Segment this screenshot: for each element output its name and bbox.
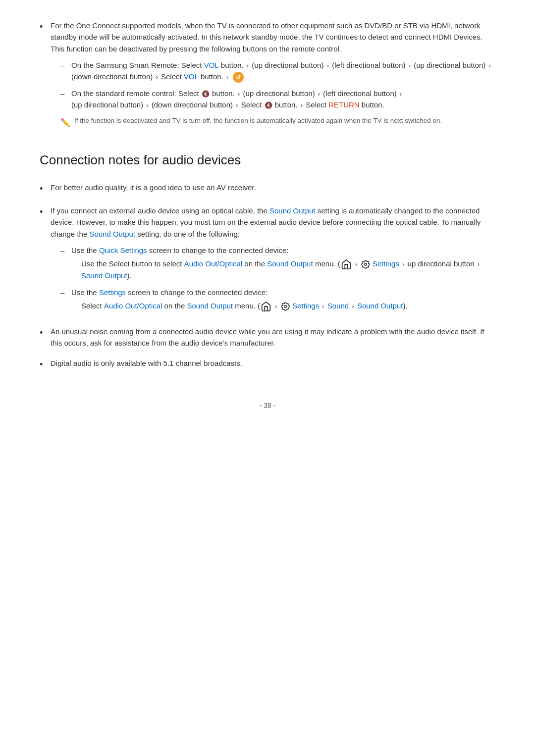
chevron-icon: ›: [318, 90, 320, 98]
sub-text-7: button.: [199, 72, 225, 81]
item-text: For better audio quality, it is a good i…: [51, 183, 256, 192]
list-item: – On the standard remote control: Select…: [60, 88, 495, 111]
item-content: If you connect an external audio device …: [51, 205, 495, 317]
chevron-icon: ›: [322, 302, 324, 310]
bullet-point: •: [40, 205, 51, 219]
indent-mid3: [352, 259, 354, 268]
settings-highlight: Settings: [99, 288, 126, 297]
page-content: • For the One Connect supported models, …: [40, 20, 495, 409]
list-item: – Use the Settings screen to change to t…: [60, 287, 495, 312]
sub-text-5: (down directional button): [71, 72, 155, 81]
indent-mid7: [349, 302, 351, 310]
chevron-icon: ›: [478, 260, 480, 268]
bullet-point: •: [40, 182, 51, 196]
vol-highlight: VOL: [204, 61, 219, 69]
svg-point-0: [364, 263, 367, 266]
item-content: An unusual noise coming from a connected…: [51, 326, 495, 349]
sub-prefix: Use the: [71, 288, 99, 297]
sub-text-4: (up directional button): [71, 101, 145, 109]
bullet-point: •: [40, 358, 51, 372]
sub-content: Use the Quick Settings screen to change …: [71, 245, 495, 282]
settings-icon-2: [281, 302, 290, 311]
sub-text-3: (left directional button): [321, 89, 399, 98]
list-item: – Use the Quick Settings screen to chang…: [60, 245, 495, 282]
indent-mid3: [272, 302, 274, 310]
chevron-icon: ›: [146, 101, 148, 109]
sub-text-prefix: On the standard remote control: Select: [71, 89, 201, 98]
chevron-icon: ›: [327, 62, 329, 69]
return-highlight: RETURN: [328, 101, 360, 109]
list-item: • Digital audio is only available with 5…: [40, 357, 495, 372]
sub-text-6: Select: [239, 101, 264, 109]
sound-output-indent-2: Sound Output: [357, 302, 403, 310]
sub-content: On the Samsung Smart Remote: Select VOL …: [71, 59, 495, 83]
sub-text-3: (left directional button): [330, 61, 408, 69]
note-text: If the function is deactivated and TV is…: [74, 116, 495, 126]
home-icon-2: [261, 301, 271, 312]
indent-mid1: on the: [162, 302, 187, 310]
chevron-icon: ›: [488, 62, 490, 69]
indent-mid5: [399, 259, 401, 268]
chevron-icon: ›: [226, 73, 228, 81]
sub-list: – On the Samsung Smart Remote: Select VO…: [60, 59, 495, 111]
section2-title: Connection notes for audio devices: [40, 152, 495, 168]
indent-block: Use the Select button to select Audio Ou…: [81, 258, 495, 281]
indent-block: Select Audio Out/Optical on the Sound Ou…: [81, 300, 495, 312]
sound-output-inline: Sound Output: [267, 259, 313, 268]
dash: –: [60, 287, 71, 298]
audio-optical-highlight-2: Audio Out/Optical: [104, 302, 162, 310]
indent-mid4: [358, 259, 360, 268]
list-item: – On the Samsung Smart Remote: Select VO…: [60, 59, 495, 83]
dash: –: [60, 88, 71, 99]
indent-mid4: [278, 302, 280, 310]
chevron-icon: ›: [275, 302, 277, 310]
mute-icon-2: 🔇: [265, 101, 272, 110]
return-icon: ↺: [233, 72, 244, 83]
text-mid2: setting, do one of the following:: [135, 230, 240, 238]
indent-mid2: menu. (: [313, 259, 340, 268]
sub-text-9: button.: [360, 101, 384, 109]
chevron-icon: ›: [301, 101, 303, 109]
chevron-icon: ›: [402, 260, 404, 268]
sub-text-2: (up directional button): [250, 61, 325, 69]
sub-prefix: Use the: [71, 246, 99, 254]
sub-content: On the standard remote control: Select 🔇…: [71, 88, 495, 111]
bullet-point: •: [40, 326, 51, 340]
sub-mid1: screen to change to the connected device…: [147, 246, 289, 254]
indent-mid6: up directional button: [405, 259, 476, 268]
sound-output-inline-2: Sound Output: [187, 302, 233, 310]
sub-text-4: (up directional button): [412, 61, 487, 69]
chevron-icon: ›: [355, 260, 357, 268]
indent-mid1: on the: [242, 259, 267, 268]
svg-point-1: [284, 305, 287, 308]
dash: –: [60, 59, 71, 71]
sub-content: Use the Settings screen to change to the…: [71, 287, 495, 312]
settings-icon: [361, 260, 370, 269]
chevron-icon: ›: [352, 302, 354, 310]
text-prefix: If you connect an external audio device …: [51, 206, 269, 215]
audio-optical-highlight: Audio Out/Optical: [184, 259, 243, 268]
item-text: For the One Connect supported models, wh…: [51, 21, 482, 53]
chevron-icon: ›: [409, 62, 411, 69]
indent-suffix: ).: [127, 271, 132, 280]
sound-output-highlight-2: Sound Output: [89, 230, 135, 238]
chevron-icon: ›: [247, 62, 249, 69]
mute-icon: 🔇: [202, 89, 210, 99]
section2-list: • For better audio quality, it is a good…: [40, 182, 495, 372]
sub-text-2: (up directional button): [241, 89, 317, 98]
list-item: • An unusual noise coming from a connect…: [40, 326, 495, 349]
sub-text-prefix: On the Samsung Smart Remote: Select: [71, 61, 204, 69]
list-item: • For the One Connect supported models, …: [40, 20, 495, 133]
pencil-icon: ✏️: [60, 117, 74, 129]
page-number: - 38 -: [40, 402, 495, 409]
indent-prefix: Select: [81, 302, 104, 310]
sound-text: Sound: [327, 302, 349, 310]
dash: –: [60, 245, 71, 256]
quick-settings-highlight: Quick Settings: [99, 246, 147, 254]
indent-prefix: Use the Select button to select: [81, 259, 184, 268]
vol-highlight-2: VOL: [184, 72, 199, 81]
item-content: For better audio quality, it is a good i…: [51, 182, 495, 193]
item-text: Digital audio is only available with 5.1…: [51, 359, 242, 367]
chevron-icon: ›: [156, 73, 158, 81]
sub-text-7: button.: [273, 101, 300, 109]
